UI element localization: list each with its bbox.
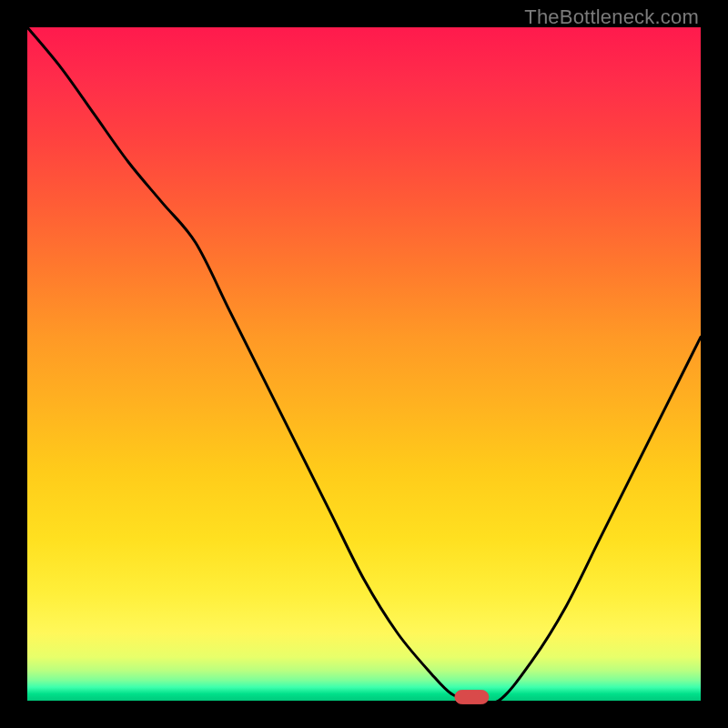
watermark-text: TheBottleneck.com — [524, 5, 699, 29]
optimal-marker — [455, 691, 489, 704]
bottleneck-curve — [27, 27, 701, 704]
plot-area — [27, 27, 701, 701]
curve-svg — [27, 27, 701, 701]
chart-frame: TheBottleneck.com — [0, 0, 728, 728]
